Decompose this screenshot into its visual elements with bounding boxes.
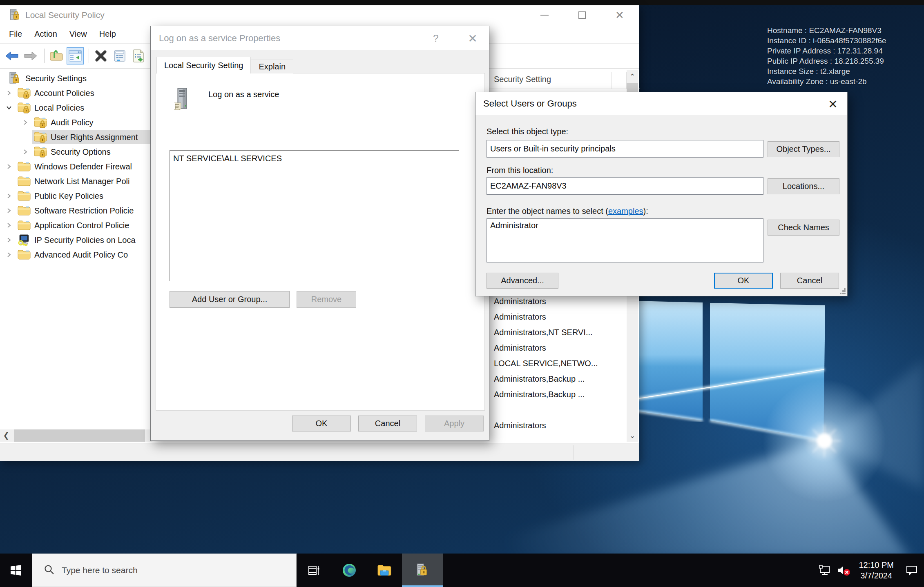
column-divider[interactable] [611, 72, 612, 89]
check-names-button[interactable]: Check Names [768, 220, 839, 236]
locations-button[interactable]: Locations... [768, 178, 839, 194]
tree-item-label: Advanced Audit Policy Co [34, 250, 128, 260]
props-dialog-titlebar[interactable]: Log on as a service Properties ? ✕ [151, 26, 489, 50]
console-tree-toggle-icon[interactable] [67, 47, 84, 64]
listbox-item[interactable]: NT SERVICE\ALL SERVICES [170, 151, 459, 163]
tree-item-public-key-policies[interactable]: Public Key Policies [0, 189, 152, 203]
menu-help[interactable]: Help [99, 29, 116, 39]
list-item[interactable]: Administrators [494, 340, 625, 356]
tree-item-windows-defender-firewal[interactable]: Windows Defender Firewal [0, 159, 152, 174]
network-icon[interactable] [815, 565, 834, 576]
tree-item-advanced-audit-policy-co[interactable]: Advanced Audit Policy Co [0, 247, 152, 262]
forward-arrow-icon[interactable] [22, 47, 39, 64]
remove-button[interactable]: Remove [297, 291, 356, 308]
volume-muted-icon[interactable] [834, 564, 853, 576]
tree-item-ip-security-policies-on-loca[interactable]: IP Security Policies on Loca [0, 233, 152, 247]
advanced-button[interactable]: Advanced... [487, 273, 558, 289]
chevron-right-icon[interactable] [22, 149, 29, 155]
chevron-right-icon[interactable] [6, 222, 12, 229]
delete-x-icon[interactable] [92, 47, 109, 64]
tree-item-security-settings[interactable]: Security Settings [0, 71, 152, 86]
edge-taskbar-button[interactable] [332, 554, 367, 587]
resize-grip[interactable] [839, 288, 846, 294]
props-cancel-button[interactable]: Cancel [358, 416, 417, 431]
help-icon[interactable]: ? [429, 32, 443, 45]
tree-item-security-options[interactable]: Security Options [0, 145, 152, 159]
toolbar-separator [89, 49, 89, 63]
properties-list-icon[interactable] [111, 47, 128, 64]
location-field[interactable]: EC2AMAZ-FAN98V3 [487, 177, 763, 195]
chevron-right-icon[interactable] [6, 163, 12, 170]
assigned-principals-listbox[interactable]: NT SERVICE\ALL SERVICES [170, 150, 459, 281]
add-user-or-group-button[interactable]: Add User or Group... [170, 291, 290, 308]
tree-item-label: Security Settings [25, 74, 87, 83]
examples-link[interactable]: examples [608, 207, 643, 216]
select-cancel-button[interactable]: Cancel [780, 273, 839, 289]
folder-icon [17, 175, 31, 187]
object-types-button[interactable]: Object Types... [768, 141, 839, 157]
list-item[interactable]: Administrators [494, 418, 625, 433]
start-button[interactable] [0, 554, 32, 587]
chevron-right-icon[interactable] [6, 90, 12, 96]
from-location-label: From this location: [487, 166, 553, 175]
tree-item-network-list-manager-poli[interactable]: Network List Manager Poli [0, 174, 152, 189]
text-caret [539, 221, 539, 230]
object-names-input[interactable]: Administrator [487, 218, 763, 262]
folder-lock-icon [17, 87, 31, 99]
tree-item-local-policies[interactable]: Local Policies [0, 100, 152, 115]
maximize-button[interactable] [569, 5, 596, 24]
search-input[interactable] [62, 565, 233, 575]
taskbar-search-box[interactable] [32, 554, 297, 587]
chevron-right-icon[interactable] [6, 251, 12, 258]
instance-info-line: Private IP Address : 172.31.28.94 [767, 46, 886, 56]
props-apply-button[interactable]: Apply [425, 416, 484, 431]
minimize-button[interactable] [531, 5, 558, 24]
chevron-right-icon[interactable] [6, 193, 12, 199]
tree-item-application-control-policie[interactable]: Application Control Policie [0, 218, 152, 233]
main-titlebar[interactable]: Local Security Policy ✕ [0, 5, 639, 24]
list-item[interactable] [494, 402, 625, 418]
column-header-security-setting[interactable]: Security Setting [494, 75, 551, 84]
task-view-button[interactable] [297, 554, 332, 587]
list-item[interactable]: Administrators [494, 309, 625, 325]
tree-item-audit-policy[interactable]: Audit Policy [0, 115, 152, 130]
export-list-icon[interactable] [130, 47, 147, 64]
taskbar-clock[interactable]: 12:10 PM3/7/2024 [853, 560, 899, 581]
chevron-right-icon[interactable] [22, 119, 29, 126]
action-center-icon[interactable] [899, 565, 924, 576]
chevron-right-icon[interactable] [6, 207, 12, 214]
menu-action[interactable]: Action [34, 29, 57, 39]
location-value: EC2AMAZ-FAN98V3 [490, 181, 567, 191]
props-ok-button[interactable]: OK [292, 416, 351, 431]
scroll-down-icon[interactable]: ⌄ [627, 429, 638, 442]
scrollbar-thumb[interactable] [14, 429, 145, 442]
select-dialog-titlebar[interactable]: Select Users or Groups ✕ [475, 92, 847, 115]
tree-item-account-policies[interactable]: Account Policies [0, 86, 152, 100]
tree-horizontal-scrollbar[interactable]: ❮ [0, 429, 152, 442]
local-security-policy-taskbar-button[interactable] [402, 554, 443, 587]
list-item[interactable]: Administrators,NT SERVI... [494, 325, 625, 340]
scroll-up-icon[interactable]: ⌃ [627, 70, 638, 82]
export-folder-icon[interactable] [48, 47, 65, 64]
list-item[interactable]: Administrators,Backup ... [494, 371, 625, 387]
monitor-key-icon [17, 234, 31, 246]
menu-view[interactable]: View [69, 29, 87, 39]
close-icon[interactable]: ✕ [464, 31, 482, 46]
close-icon[interactable]: ✕ [823, 96, 843, 112]
tab-explain[interactable]: Explain [251, 60, 293, 73]
tab-local-security-setting[interactable]: Local Security Setting [156, 57, 251, 73]
object-type-field[interactable]: Users or Built-in security principals [487, 140, 763, 158]
scroll-left-icon[interactable]: ❮ [0, 429, 12, 442]
chevron-right-icon[interactable] [6, 237, 12, 243]
tree-item-software-restriction-policie[interactable]: Software Restriction Policie [0, 203, 152, 218]
close-button[interactable]: ✕ [606, 5, 633, 24]
instance-info-line: Hostname : EC2AMAZ-FAN98V3 [767, 25, 886, 36]
list-item[interactable]: Administrators,Backup ... [494, 387, 625, 402]
file-explorer-button[interactable] [367, 554, 402, 587]
select-ok-button[interactable]: OK [714, 273, 773, 289]
chevron-down-icon[interactable] [6, 105, 12, 111]
list-item[interactable]: LOCAL SERVICE,NETWO... [494, 356, 625, 371]
back-arrow-icon[interactable] [3, 47, 20, 64]
tree-item-user-rights-assignment[interactable]: User Rights Assignment [0, 130, 152, 145]
menu-file[interactable]: File [9, 29, 22, 39]
